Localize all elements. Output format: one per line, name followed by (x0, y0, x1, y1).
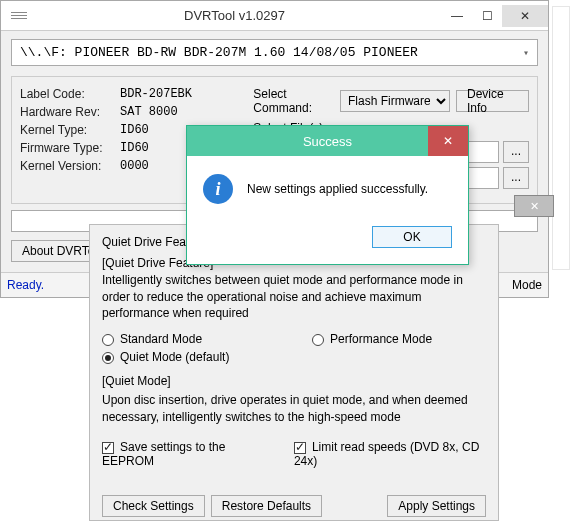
command-select[interactable]: Flash Firmware (340, 90, 450, 112)
success-dialog: Success ✕ i New settings applied success… (186, 125, 469, 265)
dialog-close-button[interactable]: ✕ (428, 126, 468, 156)
quiet-mode-desc: Upon disc insertion, drive operates in q… (102, 392, 486, 426)
drive-string: \\.\F: PIONEER BD-RW BDR-207M 1.60 14/08… (20, 45, 418, 60)
panel-close-button[interactable]: ✕ (514, 195, 554, 217)
quiet-drive-panel: ✕ Quiet Drive Feature [Quiet Drive Featu… (89, 224, 499, 521)
radio-performance[interactable]: Performance Mode (312, 332, 432, 346)
minimize-button[interactable]: — (442, 5, 472, 27)
apply-settings-button[interactable]: Apply Settings (387, 495, 486, 517)
check-settings-button[interactable]: Check Settings (102, 495, 205, 517)
titlebar: DVRTool v1.0297 — ☐ ✕ (1, 1, 548, 31)
mode-indicator[interactable]: Mode (512, 278, 542, 292)
kernel-type-val: ID60 (120, 123, 149, 137)
info-icon: i (203, 174, 233, 204)
dialog-title: Success (303, 134, 352, 149)
svg-rect-0 (11, 12, 27, 13)
maximize-button[interactable]: ☐ (472, 5, 502, 27)
fw-type-val: ID60 (120, 141, 149, 155)
kernel-ver-val: 0000 (120, 159, 149, 173)
checkbox-limit-speeds[interactable]: Limit read speeds (DVD 8x, CD 24x) (294, 440, 486, 468)
close-button[interactable]: ✕ (502, 5, 548, 27)
svg-rect-1 (11, 15, 27, 16)
select-command-lbl: Select Command: (253, 87, 334, 115)
kernel-type-lbl: Kernel Type: (20, 123, 120, 137)
dialog-titlebar: Success ✕ (187, 126, 468, 156)
window-title: DVRTool v1.0297 (27, 8, 442, 23)
hw-rev-val: SAT 8000 (120, 105, 178, 119)
app-icon (11, 10, 27, 22)
svg-rect-2 (11, 18, 27, 19)
quiet-desc-body: Intelligently switches between quiet mod… (102, 272, 486, 322)
browse-button-1[interactable]: ... (503, 141, 529, 163)
label-code-val: BDR-207EBK (120, 87, 192, 101)
radio-standard[interactable]: Standard Mode (102, 332, 202, 346)
status-text: Ready. (7, 278, 44, 292)
checkbox-save-eeprom[interactable]: Save settings to the EEPROM (102, 440, 264, 468)
drive-select[interactable]: \\.\F: PIONEER BD-RW BDR-207M 1.60 14/08… (11, 39, 538, 66)
restore-defaults-button[interactable]: Restore Defaults (211, 495, 322, 517)
fw-type-lbl: Firmware Type: (20, 141, 120, 155)
kernel-ver-lbl: Kernel Version: (20, 159, 120, 173)
hw-rev-lbl: Hardware Rev: (20, 105, 120, 119)
chevron-down-icon: ▾ (523, 47, 529, 59)
label-code-lbl: Label Code: (20, 87, 120, 101)
radio-quiet[interactable]: Quiet Mode (default) (102, 350, 229, 364)
right-scrollbar[interactable] (552, 6, 570, 270)
dialog-message: New settings applied successfully. (247, 182, 428, 196)
quiet-mode-header: [Quiet Mode] (102, 374, 486, 388)
browse-button-2[interactable]: ... (503, 167, 529, 189)
device-info-button[interactable]: Device Info (456, 90, 529, 112)
ok-button[interactable]: OK (372, 226, 452, 248)
